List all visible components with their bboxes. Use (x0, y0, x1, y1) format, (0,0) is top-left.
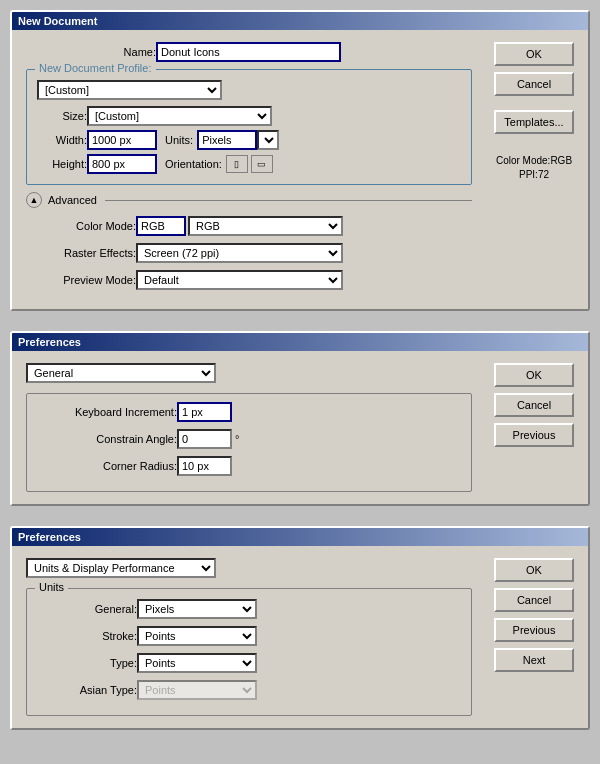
units-label: Units: (165, 134, 193, 146)
new-document-title: New Document (18, 15, 97, 27)
profile-group: New Document Profile: [Custom] Size: [Cu… (26, 69, 472, 185)
height-label: Height: (37, 158, 87, 170)
profile-select[interactable]: [Custom] (37, 80, 222, 100)
profile-legend: New Document Profile: (35, 62, 156, 74)
units-section-select[interactable]: Units & Display Performance (26, 558, 216, 578)
orientation-group: ▯ ▭ (226, 155, 273, 173)
new-document-titlebar: New Document (12, 12, 588, 30)
portrait-button[interactable]: ▯ (226, 155, 248, 173)
width-label: Width: (37, 134, 87, 146)
keyboard-increment-label: Keyboard Increment: (37, 406, 177, 418)
width-row: Width: Units: ▼ (37, 130, 461, 150)
keyboard-increment-input[interactable] (177, 402, 232, 422)
units-stroke-label: Stroke: (37, 630, 137, 642)
raster-effects-select[interactable]: Screen (72 ppi) (136, 243, 343, 263)
units-general-row: General: Pixels (37, 599, 461, 619)
preferences-general-dialog: Preferences General Keyboard Increment: (10, 331, 590, 506)
pref-gen-ok-button[interactable]: OK (494, 363, 574, 387)
preferences-units-form: Units & Display Performance Units Genera… (26, 558, 472, 716)
units-type-row: Type: Points (37, 653, 461, 673)
landscape-button[interactable]: ▭ (251, 155, 273, 173)
preferences-general-title: Preferences (18, 336, 81, 348)
units-type-select[interactable]: Points (137, 653, 257, 673)
pref-units-next-button[interactable]: Next (494, 648, 574, 672)
corner-radius-label: Corner Radius: (37, 460, 177, 472)
profile-row: [Custom] (37, 80, 461, 100)
pref-gen-previous-button[interactable]: Previous (494, 423, 574, 447)
constrain-angle-label: Constrain Angle: (37, 433, 177, 445)
color-mode-row: Color Mode: RGB (26, 216, 472, 236)
color-mode-select[interactable]: RGB (188, 216, 343, 236)
new-document-buttons: OK Cancel Templates... Color Mode:RGBPPI… (494, 42, 574, 297)
units-general-select[interactable]: Pixels (137, 599, 257, 619)
preview-mode-label: Preview Mode: (26, 274, 136, 286)
color-mode-info: Color Mode:RGBPPI:72 (494, 154, 574, 182)
units-general-label: General: (37, 603, 137, 615)
units-legend: Units (35, 581, 68, 593)
section-select[interactable]: General (26, 363, 216, 383)
advanced-label: Advanced (48, 194, 97, 206)
pref-units-ok-button[interactable]: OK (494, 558, 574, 582)
preferences-general-titlebar: Preferences (12, 333, 588, 351)
preview-mode-row: Preview Mode: Default (26, 270, 472, 290)
units-type-label: Type: (37, 657, 137, 669)
corner-radius-row: Corner Radius: (37, 456, 461, 476)
units-fieldset: Units General: Pixels Stroke: Points (26, 588, 472, 716)
units-section-selector-row: Units & Display Performance (26, 558, 472, 578)
general-settings-group: Keyboard Increment: Constrain Angle: ° C… (26, 393, 472, 492)
width-input[interactable] (87, 130, 157, 150)
preferences-units-buttons: OK Cancel Previous Next (494, 558, 574, 716)
templates-button[interactable]: Templates... (494, 110, 574, 134)
name-row: Name: (26, 42, 472, 62)
degree-symbol: ° (235, 433, 239, 445)
keyboard-increment-row: Keyboard Increment: (37, 402, 461, 422)
units-select[interactable]: ▼ (257, 130, 279, 150)
preferences-general-buttons: OK Cancel Previous (494, 363, 574, 492)
advanced-row: ▲ Advanced (26, 192, 472, 208)
height-input[interactable] (87, 154, 157, 174)
constrain-angle-row: Constrain Angle: ° (37, 429, 461, 449)
pref-gen-cancel-button[interactable]: Cancel (494, 393, 574, 417)
orientation-label: Orientation: (165, 158, 222, 170)
ok-button[interactable]: OK (494, 42, 574, 66)
section-selector-row: General (26, 363, 472, 383)
units-input[interactable] (197, 130, 257, 150)
size-label: Size: (37, 110, 87, 122)
size-select[interactable]: [Custom] (87, 106, 272, 126)
units-asian-type-select: Points (137, 680, 257, 700)
pref-units-cancel-button[interactable]: Cancel (494, 588, 574, 612)
color-mode-label: Color Mode: (26, 220, 136, 232)
pref-units-previous-button[interactable]: Previous (494, 618, 574, 642)
name-input[interactable] (156, 42, 341, 62)
height-row: Height: Orientation: ▯ ▭ (37, 154, 461, 174)
new-document-dialog: New Document Name: New Document Profile:… (10, 10, 590, 311)
units-asian-type-label: Asian Type: (37, 684, 137, 696)
preferences-units-title: Preferences (18, 531, 81, 543)
color-mode-input[interactable] (136, 216, 186, 236)
units-stroke-select[interactable]: Points (137, 626, 257, 646)
new-document-form: Name: New Document Profile: [Custom] Siz… (26, 42, 472, 297)
size-row: Size: [Custom] (37, 106, 461, 126)
raster-effects-row: Raster Effects: Screen (72 ppi) (26, 243, 472, 263)
units-asian-type-row: Asian Type: Points (37, 680, 461, 700)
preferences-units-dialog: Preferences Units & Display Performance … (10, 526, 590, 730)
advanced-toggle[interactable]: ▲ (26, 192, 42, 208)
preview-mode-select[interactable]: Default (136, 270, 343, 290)
preferences-general-form: General Keyboard Increment: Constrain An… (26, 363, 472, 492)
constrain-angle-input[interactable] (177, 429, 232, 449)
cancel-button[interactable]: Cancel (494, 72, 574, 96)
raster-effects-label: Raster Effects: (26, 247, 136, 259)
name-label: Name: (26, 46, 156, 58)
corner-radius-input[interactable] (177, 456, 232, 476)
units-stroke-row: Stroke: Points (37, 626, 461, 646)
preferences-units-titlebar: Preferences (12, 528, 588, 546)
